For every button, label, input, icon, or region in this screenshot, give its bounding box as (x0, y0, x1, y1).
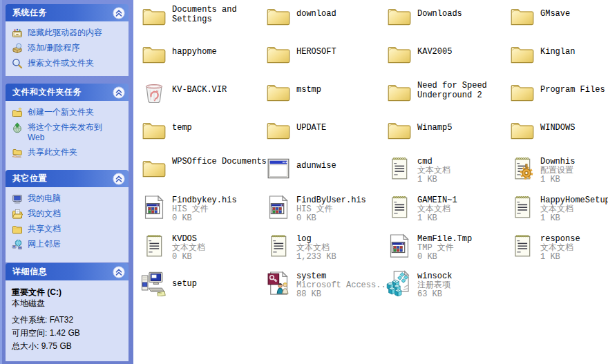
file-label: GMsave (540, 3, 608, 19)
free-space-label: 可用空间: (12, 328, 47, 338)
file-item[interactable]: GAMEIN~1 文本文档 1 KB (386, 194, 518, 223)
sidebar-item-search-files[interactable]: 搜索文件或文件夹 (12, 58, 126, 69)
folder-icon (509, 117, 535, 144)
file-item[interactable]: UPDATE (265, 117, 397, 144)
file-label: HEROSOFT (296, 41, 397, 57)
file-name: Kinglan (540, 47, 608, 57)
file-item[interactable]: WPSOffice Documents (141, 155, 273, 182)
file-item[interactable]: GMsave (509, 3, 608, 30)
panel-header-file-folder-tasks[interactable]: 文件和文件夹任务 (6, 84, 129, 101)
file-label: MemFile.Tmp TMP 文件 0 KB (417, 233, 518, 262)
add-remove-programs-icon (12, 43, 23, 54)
file-item[interactable]: download (265, 3, 397, 30)
sidebar-item-label: 共享文档 (28, 224, 61, 234)
file-name: HappyHomeSetup (540, 195, 608, 205)
file-item[interactable]: winsock 注册表项 63 KB (386, 270, 518, 299)
file-item[interactable]: mstmp (265, 79, 397, 106)
file-item[interactable]: Findbykey.his HIS 文件 0 KB (141, 194, 273, 223)
notepad-icon (265, 233, 292, 259)
file-name: Findbykey.his (172, 195, 273, 205)
file-item[interactable]: Downloads (386, 3, 518, 30)
file-label: winsock 注册表项 63 KB (417, 270, 518, 299)
sidebar-item-shared-documents[interactable]: 共享文档 (12, 224, 126, 235)
sidebar-item-label: 创建一个新文件夹 (28, 107, 94, 117)
file-item[interactable]: Downhis 配置设置 1 KB (509, 155, 608, 184)
file-item[interactable]: HappyHomeSetup 文本文档 1 KB (509, 194, 608, 223)
file-name: Need for Speed Underground 2 (417, 81, 518, 100)
panel-body: 创建一个新文件夹 将这个文件夹发布到 Web 共享此文件夹 (6, 101, 129, 173)
file-name: Winamp5 (417, 123, 518, 133)
file-name: GMsave (540, 9, 608, 19)
file-item[interactable]: cmd 文本文档 1 KB (386, 155, 518, 184)
sidebar-item-my-documents[interactable]: 我的文档 (12, 209, 126, 220)
file-label: temp (172, 117, 273, 133)
panel-body: 我的电脑 我的文档 共享文档 网上邻居 (6, 187, 129, 262)
file-item[interactable]: HEROSOFT (265, 41, 397, 68)
file-item[interactable]: log 文本文档 1,233 KB (265, 233, 397, 262)
sidebar-item-publish-to-web[interactable]: 将这个文件夹发布到 Web (12, 122, 126, 143)
ms-access-file-icon (265, 270, 292, 296)
chevron-up-icon[interactable] (113, 86, 125, 99)
file-label: Program Files (540, 79, 608, 95)
file-item[interactable]: Need for Speed Underground 2 (386, 79, 518, 106)
sidebar-item-new-folder[interactable]: 创建一个新文件夹 (12, 107, 126, 118)
file-name: adunwise (296, 161, 397, 171)
file-item[interactable]: happyhome (141, 41, 273, 68)
file-item[interactable]: system Microsoft Access... 88 KB (265, 270, 397, 299)
file-item[interactable]: KVDOS 文本文档 0 KB (141, 233, 273, 262)
chevron-up-icon[interactable] (113, 266, 125, 278)
file-label: Downhis 配置设置 1 KB (540, 155, 608, 184)
file-label: Downloads (417, 3, 518, 19)
sidebar-item-label: 添加/删除程序 (28, 43, 79, 53)
my-documents-icon (12, 209, 23, 220)
sidebar-item-network-places[interactable]: 网上邻居 (12, 239, 126, 250)
panel-header-system-tasks[interactable]: 系统任务 (6, 4, 129, 21)
file-label: HappyHomeSetup 文本文档 1 KB (540, 194, 608, 223)
file-item[interactable]: Winamp5 (386, 117, 518, 144)
file-item[interactable]: setup (141, 270, 273, 296)
panel-header-details[interactable]: 详细信息 (6, 263, 129, 280)
panel-other-places: 其它位置 我的电脑 我的文档 共享文档 网上邻居 (6, 170, 129, 262)
file-name: Program Files (540, 85, 608, 95)
notepad-gear-icon (509, 155, 535, 182)
file-label: KVDOS 文本文档 0 KB (172, 233, 273, 262)
explorer-window: 系统任务 隐藏此驱动器的内容 添加/删除程序 搜索文件或文件夹 (0, 0, 608, 364)
sidebar-item-hide-drive-contents[interactable]: 隐藏此驱动器的内容 (12, 28, 126, 39)
file-name: Downhis (540, 157, 608, 166)
file-name: Documents and Settings (172, 5, 273, 24)
file-item[interactable]: adunwise (265, 155, 397, 182)
sidebar-item-my-computer[interactable]: 我的电脑 (12, 193, 126, 204)
file-name: system (296, 271, 397, 281)
file-size: 1 KB (417, 175, 518, 184)
sidebar-item-label: 网上邻居 (28, 239, 61, 249)
file-item[interactable]: Program Files (509, 79, 608, 106)
file-size: 1,233 KB (296, 253, 397, 262)
file-item[interactable]: KV-BACK.VIR (141, 79, 273, 106)
file-label: response 文本文档 1 KB (540, 233, 608, 262)
file-system-label: 文件系统: (12, 315, 47, 325)
chevron-up-icon[interactable] (113, 7, 125, 19)
file-label: Need for Speed Underground 2 (417, 79, 518, 100)
file-item[interactable]: Kinglan (509, 41, 608, 68)
file-item[interactable]: Documents and Settings (141, 3, 273, 30)
chevron-up-icon[interactable] (113, 173, 125, 185)
folder-icon (509, 41, 535, 68)
file-label: download (296, 3, 397, 19)
file-name: download (296, 9, 397, 19)
file-item[interactable]: FindByUser.his HIS 文件 0 KB (265, 194, 397, 223)
file-item[interactable]: WINDOWS (509, 117, 608, 144)
file-list-area: Documents and Settings download Download… (133, 0, 608, 364)
his-file-icon (141, 194, 167, 220)
panel-header-other-places[interactable]: 其它位置 (6, 170, 129, 187)
file-item[interactable]: MemFile.Tmp TMP 文件 0 KB (386, 233, 518, 262)
file-name: winsock (417, 271, 518, 281)
file-item[interactable]: KAV2005 (386, 41, 518, 68)
sidebar-item-add-remove-programs[interactable]: 添加/删除程序 (12, 43, 126, 54)
sidebar-item-share-folder[interactable]: 共享此文件夹 (12, 147, 126, 158)
total-size-row: 总大小: 9.75 GB (12, 341, 126, 352)
file-item[interactable]: temp (141, 117, 273, 144)
file-name: mstmp (296, 85, 397, 95)
sidebar-item-label: 我的文档 (28, 209, 61, 219)
file-item[interactable]: response 文本文档 1 KB (509, 233, 608, 262)
shared-documents-icon (12, 224, 23, 235)
